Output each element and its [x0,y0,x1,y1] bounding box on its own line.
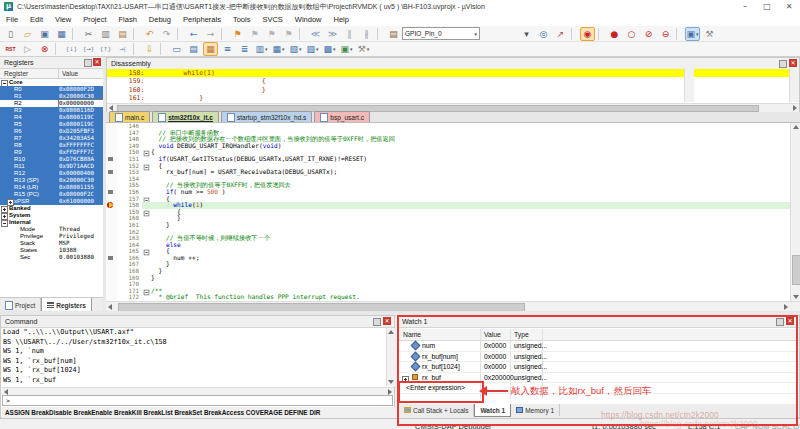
editor-gutter[interactable] [106,136,117,143]
menu-debug[interactable]: Debug [143,13,177,26]
flash-download-button[interactable]: ▤ [386,27,401,41]
fold-column[interactable] [142,156,151,163]
editor-gutter[interactable] [106,209,117,216]
fold-column[interactable] [142,281,151,288]
paste-button[interactable]: ▤ [115,27,130,41]
kill-all-breakpoints-button[interactable]: ⊘ [641,27,656,41]
code-line-170[interactable]: 170 [106,281,790,288]
nav-forward-button[interactable]: → [203,27,218,41]
close-icon[interactable] [789,59,797,67]
code-line-160[interactable]: 160 } [106,215,790,222]
menu-flash[interactable]: Flash [113,13,143,26]
register-row-r13-sp-[interactable]: R13 (SP)0x20000C30 [0,177,103,184]
tab-memory-1[interactable]: Memory 1 [511,404,560,416]
editor-gutter[interactable] [106,229,117,236]
insert-breakpoint-button[interactable]: ● [607,27,622,41]
register-row-banked[interactable]: Banked [0,205,103,212]
code-line-166[interactable]: 166 num ++; [106,255,790,262]
watch-window-button[interactable]: ▥▾ [254,42,269,56]
run-button[interactable]: ▷ [20,42,35,56]
register-row-states[interactable]: States10388 [0,247,103,254]
fold-column[interactable] [142,149,151,156]
command-window-button[interactable]: ▭ [169,42,184,56]
code-text[interactable] [151,123,790,130]
editor-gutter[interactable] [106,288,117,295]
reset-cpu-button[interactable]: RST [3,42,18,56]
register-row-r5[interactable]: R50x0800119C [0,121,103,128]
register-row-core[interactable]: Core [0,79,103,86]
code-text[interactable]: if(USART_GetITStatus(DEBUG_USARTx,USART_… [151,156,790,163]
nav-back-button[interactable]: ← [186,27,201,41]
close-icon[interactable] [786,317,794,325]
editor-gutter[interactable] [106,130,117,137]
fold-column[interactable] [142,189,151,196]
disable-all-breakpoints-button[interactable]: ⊖ [658,27,673,41]
fold-column[interactable] [142,143,151,150]
show-current-statement-button[interactable]: ⇩ [142,42,157,56]
step-into-button[interactable]: {↓} [64,42,79,56]
symbol-combobox[interactable]: GPIO_Pin_0▾ [402,27,480,40]
code-line-164[interactable]: 164 else [106,242,790,249]
register-row-r3[interactable]: R30x0800116D [0,107,103,114]
editor-tab-main-c[interactable]: main.c [109,111,150,122]
editor-gutter[interactable] [106,255,117,262]
uncomment-selection-button[interactable]: ∦ [359,27,374,41]
start-stop-debug-button[interactable]: ◉ [580,27,595,41]
pin-icon[interactable] [84,59,92,67]
code-line-167[interactable]: 167 } [106,261,790,268]
editor-gutter[interactable] [106,182,117,189]
search-dropdown-button[interactable]: ▾ [519,27,534,41]
code-line-169[interactable]: 169} [106,275,790,282]
register-row-privilege[interactable]: PrivilegePrivileged [0,233,103,240]
bookmark-next-button[interactable]: ⚑ [264,27,279,41]
register-row-r14-lr-[interactable]: R14 (LR)0x08001155 [0,184,103,191]
register-row-r12[interactable]: R120x00000400 [0,170,103,177]
indent-button[interactable]: ≫ [325,27,340,41]
register-row-r4[interactable]: R40x0800119C [0,114,103,121]
editor-gutter[interactable] [106,248,117,255]
run-to-line-button[interactable]: →| [115,42,130,56]
code-text[interactable]: { [151,196,790,203]
command-hscrollbar[interactable] [2,387,394,395]
editor-gutter[interactable] [106,163,117,170]
fold-column[interactable] [142,261,151,268]
register-row-xpsr[interactable]: xPSR0x61000000 [0,198,103,205]
fold-column[interactable] [142,202,151,209]
bookmark-toggle-button[interactable]: ⚑ [230,27,245,41]
editor-gutter[interactable] [106,215,117,222]
register-row-r9[interactable]: R90xFFDFFF7C [0,149,103,156]
window-layout-button[interactable]: ▣▾ [685,27,700,41]
menu-file[interactable]: File [0,13,24,26]
code-line-149[interactable]: 149 void DEBUG_USART_IRQHandler(void) [106,143,790,150]
fold-column[interactable] [142,255,151,262]
code-text[interactable]: while(1) [151,202,790,209]
register-row-r10[interactable]: R100xD76CB88A [0,156,103,163]
command-vscrollbar[interactable] [386,328,395,386]
menu-tools[interactable]: Tools [227,13,257,26]
code-text[interactable]: { [151,209,790,216]
save-button[interactable]: ▣ [37,27,52,41]
command-log[interactable]: Load "..\\..\\Output\\USART.axf"BS \\USA… [3,328,385,386]
call-stack-window-button[interactable]: ≣ [237,42,252,56]
register-row-system[interactable]: System [0,212,103,219]
save-all-button[interactable]: ▦ [54,27,69,41]
code-text[interactable]: num ++; [151,255,790,262]
code-text[interactable]: // 当值不等时候，则继续接收下一个 [151,235,790,242]
step-out-button[interactable]: {↑} [98,42,113,56]
register-row-r8[interactable]: R80xFFFFFFFC [0,142,103,149]
code-text[interactable]: } [151,222,790,229]
menu-peripherals[interactable]: Peripherals [177,13,227,26]
editor-gutter[interactable] [106,143,117,150]
fold-column[interactable] [142,209,151,216]
disassembly-window-button[interactable]: ▤ [186,42,201,56]
editor-gutter[interactable] [106,169,117,176]
disassembly-vscrollbar[interactable] [789,68,799,102]
editor-gutter[interactable] [106,281,117,288]
tab-project[interactable]: Project [0,298,41,312]
code-text[interactable]: else [151,242,790,249]
register-row-r11[interactable]: R110x9D71AACD [0,163,103,170]
code-line-153[interactable]: 153 rx_buf[num] = USART_ReceiveData(DEBU… [106,169,790,176]
code-text[interactable]: } [151,261,790,268]
stop-button[interactable]: ⊗ [37,42,52,56]
pin-icon[interactable] [373,318,381,326]
